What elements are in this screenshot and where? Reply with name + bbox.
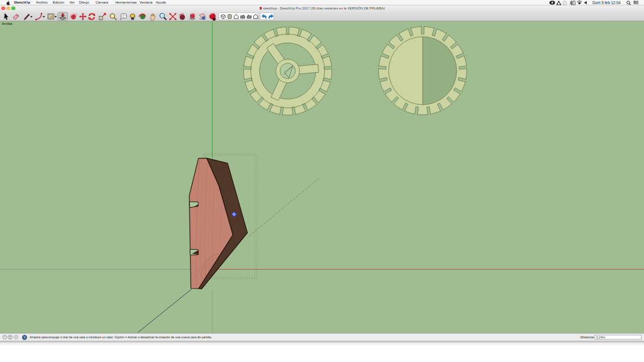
svg-text:?: ?: [4, 335, 5, 339]
